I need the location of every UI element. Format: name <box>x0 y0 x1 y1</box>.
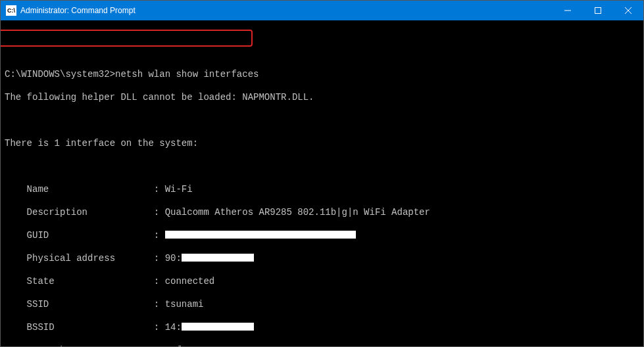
helper-suffix: NAPMONTR.DLL. <box>242 92 314 103</box>
field-value-name: Wi-Fi <box>165 184 193 195</box>
terminal-output[interactable]: C:\WINDOWS\system32>netsh wlan show inte… <box>1 20 643 347</box>
maximize-button[interactable] <box>583 1 613 20</box>
minimize-button[interactable] <box>553 1 583 20</box>
window-title: Administrator: Command Prompt <box>20 6 553 15</box>
prompt-path: C:\WINDOWS\system32> <box>5 69 115 80</box>
svg-rect-1 <box>595 8 601 14</box>
field-label-description: Description <box>27 207 87 219</box>
field-value-physaddr-prefix: 90: <box>165 253 182 264</box>
field-value-description: Qualcomm Atheros AR9285 802.11b|g|n WiFi… <box>165 207 430 218</box>
redacted-mac <box>182 254 254 262</box>
field-value-state: connected <box>165 276 215 287</box>
interface-count: There is 1 interface on the system: <box>5 138 639 150</box>
command-highlight <box>0 30 253 47</box>
field-label-guid: GUID <box>27 230 49 242</box>
field-value-bssid-prefix: 14: <box>165 322 182 333</box>
field-label-name: Name <box>27 184 49 196</box>
minimize-icon <box>564 7 571 14</box>
field-label-state: State <box>27 276 55 288</box>
field-value-ssid: tsunami <box>165 299 204 310</box>
close-icon <box>625 7 632 14</box>
field-label-bssid: BSSID <box>27 322 55 334</box>
cmd-icon: C:\ <box>6 5 16 16</box>
field-label-ssid: SSID <box>27 299 49 311</box>
redacted-bssid <box>182 323 254 331</box>
entered-command: netsh wlan show interfaces <box>115 69 259 80</box>
field-label-physaddr: Physical address <box>27 253 115 265</box>
helper-prefix: The following helper DLL cannot be loade… <box>5 92 242 103</box>
redacted-guid <box>165 231 356 239</box>
maximize-icon <box>595 7 601 14</box>
close-button[interactable] <box>613 1 643 20</box>
window-controls <box>553 1 643 20</box>
titlebar[interactable]: C:\ Administrator: Command Prompt <box>1 1 643 20</box>
